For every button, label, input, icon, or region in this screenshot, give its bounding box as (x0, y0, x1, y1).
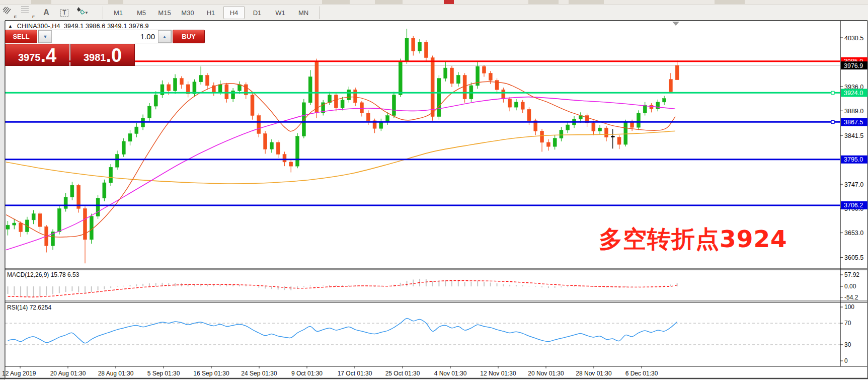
sell-button[interactable]: SELL (5, 30, 37, 43)
candle-body (103, 183, 106, 198)
candle-body (431, 58, 434, 117)
candle-body (482, 66, 486, 73)
date-label: 4 Nov 01:30 (434, 370, 467, 377)
candle-body (675, 65, 679, 80)
candle-body (598, 128, 602, 131)
candle-body (147, 106, 151, 118)
macd-scale-label: -54.2 (844, 294, 858, 301)
volume-decrease-button[interactable]: ▼ (39, 30, 52, 43)
date-label: 12 Nov 01:30 (480, 370, 516, 377)
date-label: 5 Sep 01:30 (147, 370, 180, 377)
candle-body (521, 102, 524, 109)
bid-price-small: 3975 (18, 52, 41, 62)
candle-body (6, 225, 10, 229)
candle-body (611, 136, 614, 137)
candle-body (669, 80, 672, 92)
candle-body (412, 38, 415, 51)
date-label: 25 Oct 01:30 (385, 370, 420, 377)
hline-handle-3867.5[interactable] (831, 120, 834, 123)
candle-body (418, 42, 422, 51)
candle-body (115, 155, 119, 168)
candle-body (64, 197, 67, 209)
rsi-scale-label: 30 (844, 341, 851, 348)
volume-increase-button[interactable]: ▲ (158, 30, 171, 43)
trade-buttons-row: SELL ▼ ▲ BUY (5, 30, 135, 43)
macd-scale-label: 0.00 (844, 283, 856, 290)
candle-body (656, 102, 660, 109)
date-label: 9 Oct 01:30 (291, 370, 323, 377)
date-label: 20 Nov 01:30 (528, 370, 564, 377)
rsi-scale-label: 70 (844, 320, 851, 327)
rsi-scale-label: 100 (844, 303, 854, 311)
candle-body (637, 113, 640, 127)
candle-body (508, 99, 512, 107)
candle-body (566, 125, 570, 130)
candle-body (643, 105, 647, 113)
candle-body (122, 141, 125, 155)
date-label: 24 Sep 01:30 (241, 370, 277, 377)
candle-body (205, 75, 209, 86)
candle-body (392, 95, 396, 115)
candle-body (180, 79, 183, 85)
bid-price-panel[interactable]: 3975 .4 (5, 44, 69, 66)
candle-body (83, 208, 87, 240)
macd-label: MACD(12,26,9) 15.78 6.53 (7, 271, 79, 278)
ask-price-panel[interactable]: 3981 .0 (70, 44, 135, 66)
buy-button[interactable]: BUY (173, 30, 205, 43)
ask-price-small: 3981 (84, 52, 106, 62)
date-label: 17 Oct 01:30 (338, 370, 372, 377)
current-price-badge: 3976.9 (844, 62, 863, 69)
candle-body (231, 91, 235, 99)
candle-body (463, 75, 466, 99)
candle-body (489, 73, 492, 80)
candle-body (386, 116, 389, 122)
candle-body (302, 103, 305, 136)
price-tick-label: 3653.0 (844, 230, 863, 237)
rsi-scale-label: 0 (844, 357, 848, 364)
candle-body (289, 162, 293, 166)
candle-body (354, 90, 357, 103)
candle-body (650, 105, 653, 109)
candle-body (90, 216, 93, 240)
candle-body (592, 123, 595, 131)
candle-body (19, 223, 23, 232)
hline-handle-3924.0[interactable] (831, 91, 834, 94)
candle-body (399, 61, 402, 95)
price-tick-label: 3605.5 (844, 254, 863, 261)
price-tick-label: 3747.0 (844, 181, 863, 188)
price-tick-label: 3889.0 (844, 108, 863, 115)
candle-body (225, 85, 228, 99)
bid-price-big: .4 (40, 47, 56, 64)
date-label: 6 Dec 01:30 (625, 370, 658, 377)
candle-body (424, 42, 428, 58)
ask-price-big: .0 (106, 47, 122, 64)
chart-annotation[interactable]: 多空转折点3924 (599, 223, 787, 255)
candle-body (437, 79, 441, 117)
candle-body (546, 142, 550, 146)
date-label: 12 Aug 2019 (2, 370, 36, 377)
candle-body (341, 100, 344, 108)
candle-body (527, 109, 531, 121)
candle-body (450, 68, 454, 84)
rsi-label: RSI(14) 72.6254 (7, 304, 51, 311)
candle-body (604, 128, 608, 137)
collapse-triangle-icon[interactable]: ▲ (8, 24, 13, 29)
date-label: 28 Aug 01:30 (98, 370, 134, 377)
candle-body (109, 167, 113, 183)
candle-body (405, 38, 409, 61)
price-tick-label: 4030.5 (844, 35, 863, 42)
candle-body (32, 214, 35, 220)
candle-body (444, 68, 447, 79)
candle-body (456, 75, 460, 83)
volume-input[interactable] (52, 30, 158, 43)
candle-body (174, 79, 177, 91)
hline-badge-3795.0: 3795.0 (844, 156, 863, 163)
candle-body (560, 130, 563, 138)
candle-body (199, 75, 203, 82)
candle-body (624, 122, 627, 144)
candle-body (540, 131, 544, 142)
candle-body (70, 185, 74, 197)
symbol-ohlc: 3949.1 3986.6 3949.1 3976.9 (64, 23, 149, 30)
candle-body (360, 103, 363, 113)
candle-body (264, 133, 267, 149)
